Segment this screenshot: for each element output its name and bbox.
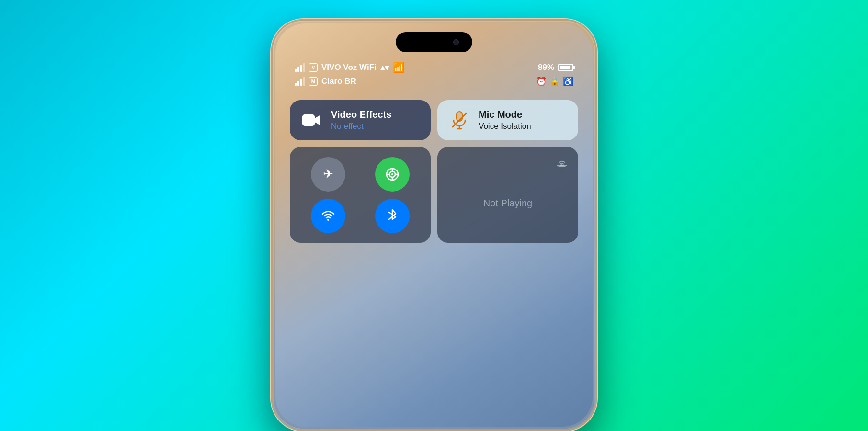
bar3b [300, 79, 302, 86]
not-playing-label: Not Playing [483, 198, 532, 209]
phone-wrapper: V VIVO Voz WiFi ▴▾ 📶 89% [271, 19, 597, 431]
bottom-tiles: ✈ [290, 147, 578, 243]
mic-mode-title: Mic Mode [479, 109, 531, 120]
bar3 [300, 65, 302, 72]
mic-icon [448, 109, 471, 132]
svg-point-13 [327, 219, 329, 221]
alarm-icon: ⏰ [536, 76, 547, 87]
bar4 [303, 63, 305, 72]
dynamic-island [396, 32, 472, 52]
bar2 [297, 67, 299, 72]
now-playing-tile[interactable]: Not Playing [437, 147, 578, 243]
orientation-lock-icon: 🔒 [549, 76, 560, 87]
carrier2-badge: M [309, 77, 318, 86]
airplane-icon: ✈ [323, 167, 333, 181]
svg-rect-0 [302, 114, 315, 126]
svg-point-8 [391, 173, 393, 175]
status-bar: V VIVO Voz WiFi ▴▾ 📶 89% [295, 62, 573, 87]
airplay-icon [555, 157, 569, 173]
control-center: Video Effects No effect [290, 100, 578, 243]
bottom-left-grid: ✈ [290, 147, 431, 243]
wifi-button[interactable] [311, 199, 345, 233]
status-right-1: 89% [538, 63, 573, 72]
mic-mode-tile[interactable]: Mic Mode Voice Isolation [437, 100, 578, 140]
wifi-icon: ▴▾ [380, 62, 389, 73]
battery-container [558, 64, 573, 71]
phone-frame: V VIVO Voz WiFi ▴▾ 📶 89% [271, 19, 597, 431]
bar2b [297, 81, 299, 86]
camera-dot [453, 39, 459, 45]
carrier1-badge: V [309, 63, 318, 72]
status-icons: ⏰ 🔒 ♿ [536, 76, 573, 87]
top-tiles: Video Effects No effect [290, 100, 578, 140]
wifi-button-icon [321, 209, 335, 223]
carrier2-name: Claro BR [321, 77, 356, 86]
mic-mode-text: Mic Mode Voice Isolation [479, 109, 531, 131]
phone-screen: V VIVO Voz WiFi ▴▾ 📶 89% [275, 23, 593, 427]
accessibility-icon: ♿ [563, 76, 573, 87]
carrier1-name: VIVO Voz WiFi [321, 63, 377, 72]
battery-fill [560, 66, 570, 69]
video-effects-text: Video Effects No effect [331, 109, 391, 131]
cellular-icon [384, 166, 400, 182]
airplane-mode-button[interactable]: ✈ [311, 157, 345, 192]
battery-percent: 89% [538, 63, 554, 72]
video-camera-icon [300, 109, 323, 132]
signal-bars-1 [295, 63, 305, 72]
wifi-symbol: 📶 [393, 62, 405, 73]
signal-bars-2 [295, 77, 305, 86]
video-effects-subtitle: No effect [331, 122, 391, 131]
video-effects-title: Video Effects [331, 109, 391, 120]
bluetooth-icon [387, 209, 398, 223]
status-row-2: M Claro BR ⏰ 🔒 ♿ [295, 76, 573, 87]
bar4b [303, 77, 305, 86]
status-left-2: M Claro BR [295, 77, 356, 86]
mic-mode-subtitle: Voice Isolation [479, 122, 531, 131]
bar1b [295, 83, 297, 86]
status-left-1: V VIVO Voz WiFi ▴▾ 📶 [295, 62, 405, 73]
battery-icon [558, 64, 573, 71]
bar1 [295, 69, 297, 72]
bluetooth-button[interactable] [375, 199, 410, 233]
cellular-button[interactable] [375, 157, 410, 192]
video-effects-tile[interactable]: Video Effects No effect [290, 100, 431, 140]
status-row-1: V VIVO Voz WiFi ▴▾ 📶 89% [295, 62, 573, 73]
